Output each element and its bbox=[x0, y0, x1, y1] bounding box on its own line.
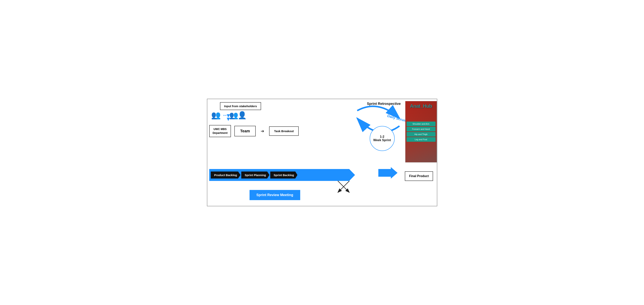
sprint-review-box: Sprint Review Meeting bbox=[250, 190, 300, 200]
task-breakout-box: Task Breakout bbox=[269, 126, 299, 136]
team-box: Team bbox=[234, 126, 256, 136]
menu-item-shoulder[interactable]: Shoulder and Arm bbox=[406, 122, 436, 126]
menu-item-hip[interactable]: Hip and Thigh bbox=[406, 132, 436, 137]
input-stakeholders-label: Input from stakeholders bbox=[220, 102, 261, 110]
double-arrow-icon: ↔ bbox=[222, 112, 228, 118]
menu-item-leg[interactable]: Leg and Foot bbox=[406, 137, 436, 142]
svg-marker-6 bbox=[378, 167, 398, 179]
flow-band-container: Product Backlog Sprint Planning Sprint B… bbox=[209, 169, 355, 181]
product-backlog-box: Product Backlog bbox=[211, 171, 240, 179]
uwc-person-icon: 👥 bbox=[211, 111, 221, 120]
blue-right-arrow-svg bbox=[378, 167, 398, 179]
sprint-planning-box: Sprint Planning bbox=[241, 171, 270, 179]
people-icons-area: 👥 ↔ 👥👤 bbox=[211, 111, 246, 120]
diagram-container: Input from stakeholders ▼ ▼ 👥 ↔ 👥👤 UWC M… bbox=[207, 99, 437, 206]
team-people-icon: 👥👤 bbox=[229, 111, 246, 119]
boxes-row: UWC MBS Department Team ➔ Task Breakout bbox=[209, 125, 299, 137]
arrow-to-final-product bbox=[378, 167, 398, 179]
anathub-panel: Anat_Hub Shoulder and Arm Forearm and Ha… bbox=[405, 101, 437, 162]
final-product-box: Final Product bbox=[405, 171, 433, 181]
arrow-team-to-task: ➔ bbox=[261, 129, 264, 134]
uwc-box: UWC MBS Department bbox=[209, 125, 231, 137]
sprint-circle: 1-2 Week Sprint bbox=[370, 126, 395, 151]
sprint-backlog-box: Sprint Backlog bbox=[270, 171, 298, 179]
flow-boxes: Product Backlog Sprint Planning Sprint B… bbox=[209, 169, 355, 181]
menu-item-forearm[interactable]: Forearm and Hand bbox=[406, 127, 436, 131]
